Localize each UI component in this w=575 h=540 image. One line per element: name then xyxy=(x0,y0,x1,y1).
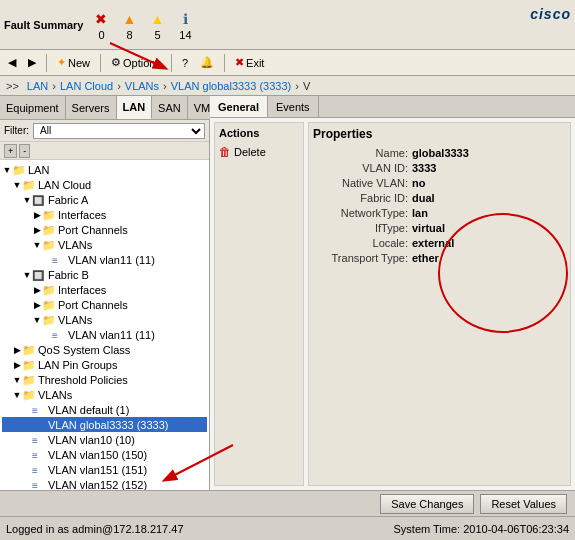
tree-icon-thresholdpolicies: 📁 xyxy=(22,374,36,386)
tree-node-vlan11A[interactable]: ≡VLAN vlan11 (11) xyxy=(2,252,207,267)
tree-icon-vlansA: 📁 xyxy=(42,239,56,251)
tree-node-qossystemclass[interactable]: ▶📁QoS System Class xyxy=(2,342,207,357)
tree-node-vlanvlan151[interactable]: ≡VLAN vlan151 (151) xyxy=(2,462,207,477)
tab-san[interactable]: SAN xyxy=(152,96,188,119)
bc-sep1: › xyxy=(52,80,56,92)
bc-sep4: › xyxy=(295,80,299,92)
tree-label-interfacesB: Interfaces xyxy=(58,284,106,296)
forward-icon: ▶ xyxy=(28,56,36,69)
info-count: 14 xyxy=(179,29,191,41)
options-button[interactable]: ⚙ Options xyxy=(107,55,165,70)
back-button[interactable]: ◀ xyxy=(4,55,20,70)
tree-label-lan: LAN xyxy=(28,164,49,176)
status-left: Logged in as admin@172.18.217.47 xyxy=(6,523,184,535)
tree-label-fabricA: Fabric A xyxy=(48,194,88,206)
tree-node-vlandefault[interactable]: ≡VLAN default (1) xyxy=(2,402,207,417)
delete-label: Delete xyxy=(234,146,266,158)
tree-label-portchannelsA: Port Channels xyxy=(58,224,128,236)
exit-label: Exit xyxy=(246,57,264,69)
tree-node-vlanvlan150[interactable]: ≡VLAN vlan150 (150) xyxy=(2,447,207,462)
tree-toggle-interfacesA[interactable]: ▶ xyxy=(32,210,42,220)
separator-4 xyxy=(224,54,225,72)
tab-general-label: General xyxy=(218,101,259,113)
tree-node-vlanglobal3333[interactable]: ≡VLAN global3333 (3333) xyxy=(2,417,207,432)
prop-networktype-label: NetworkType: xyxy=(313,207,408,219)
tree-icon-vlanvlan150: ≡ xyxy=(32,449,46,461)
tree-node-vlan11B[interactable]: ≡VLAN vlan11 (11) xyxy=(2,327,207,342)
tree-node-vlansB[interactable]: ▼📁VLANs xyxy=(2,312,207,327)
options-icon: ⚙ xyxy=(111,56,121,69)
breadcrumb: >> LAN › LAN Cloud › VLANs › VLAN global… xyxy=(0,76,575,96)
tree-label-fabricB: Fabric B xyxy=(48,269,89,281)
tree-expand-button[interactable]: + xyxy=(4,144,17,158)
forward-button[interactable]: ▶ xyxy=(24,55,40,70)
tab-lan[interactable]: LAN xyxy=(117,96,153,119)
reset-button[interactable]: Reset Values xyxy=(480,494,567,514)
prop-name-label: Name: xyxy=(313,147,408,159)
tree-toggle-lan[interactable]: ▼ xyxy=(2,165,12,175)
tab-equipment[interactable]: Equipment xyxy=(0,96,66,119)
save-button[interactable]: Save Changes xyxy=(380,494,474,514)
tree-node-vlanvlan10[interactable]: ≡VLAN vlan10 (10) xyxy=(2,432,207,447)
tree-node-vlanvlan152[interactable]: ≡VLAN vlan152 (152) xyxy=(2,477,207,490)
tree-toggle-portchannelsA[interactable]: ▶ xyxy=(32,225,42,235)
tree-node-vlans[interactable]: ▼📁VLANs xyxy=(2,387,207,402)
bc-lan[interactable]: LAN xyxy=(27,80,48,92)
main-toolbar: ◀ ▶ ✦ New ⚙ Options ? 🔔 ✖ Exit xyxy=(0,50,575,76)
exit-button[interactable]: ✖ Exit xyxy=(231,55,268,70)
prop-nativevlan-label: Native VLAN: xyxy=(313,177,408,189)
tree-node-interfacesA[interactable]: ▶📁Interfaces xyxy=(2,207,207,222)
tab-servers[interactable]: Servers xyxy=(66,96,117,119)
prop-fabricid-label: Fabric ID: xyxy=(313,192,408,204)
tree-toggle-vlansA[interactable]: ▼ xyxy=(32,240,42,250)
prop-fabricid: Fabric ID: dual xyxy=(313,192,566,204)
tree-toggle-fabricA[interactable]: ▼ xyxy=(22,195,32,205)
tree-collapse-button[interactable]: - xyxy=(19,144,30,158)
tree-node-lancloud[interactable]: ▼📁LAN Cloud xyxy=(2,177,207,192)
bc-vlan-detail[interactable]: VLAN global3333 (3333) xyxy=(171,80,291,92)
tree-node-thresholdpolicies[interactable]: ▼📁Threshold Policies xyxy=(2,372,207,387)
tree-toggle-portchannelsB[interactable]: ▶ xyxy=(32,300,42,310)
tree-node-fabricB[interactable]: ▼🔲Fabric B xyxy=(2,267,207,282)
prop-fabricid-value: dual xyxy=(412,192,435,204)
tree-toggle-lancloud[interactable]: ▼ xyxy=(12,180,22,190)
tree-icon-lanpingroups: 📁 xyxy=(22,359,36,371)
tree-node-lan[interactable]: ▼📁LAN xyxy=(2,162,207,177)
tree-toggle-lanpingroups[interactable]: ▶ xyxy=(12,360,22,370)
tree-toggle-interfacesB[interactable]: ▶ xyxy=(32,285,42,295)
tree-node-vlansA[interactable]: ▼📁VLANs xyxy=(2,237,207,252)
tab-events[interactable]: Events xyxy=(268,96,319,117)
critical-count: 0 xyxy=(98,29,104,41)
prop-locale-label: Locale: xyxy=(313,237,408,249)
cisco-logo: cisco xyxy=(530,6,571,22)
bc-vlans[interactable]: VLANs xyxy=(125,80,159,92)
bc-lancloud[interactable]: LAN Cloud xyxy=(60,80,113,92)
back-icon: ◀ xyxy=(8,56,16,69)
tree-icon-vlansB: 📁 xyxy=(42,314,56,326)
new-icon: ✦ xyxy=(57,56,66,69)
tree-icon-vlan11A: ≡ xyxy=(52,254,66,266)
tree-toggle-vlansB[interactable]: ▼ xyxy=(32,315,42,325)
tree-node-fabricA[interactable]: ▼🔲Fabric A xyxy=(2,192,207,207)
alert-button[interactable]: 🔔 xyxy=(196,55,218,70)
tree-toggle-thresholdpolicies[interactable]: ▼ xyxy=(12,375,22,385)
filter-select[interactable]: All xyxy=(33,123,205,139)
tab-general[interactable]: General xyxy=(210,96,268,117)
prop-locale-value: external xyxy=(412,237,454,249)
tree-node-lanpingroups[interactable]: ▶📁LAN Pin Groups xyxy=(2,357,207,372)
tree-node-interfacesB[interactable]: ▶📁Interfaces xyxy=(2,282,207,297)
help-button[interactable]: ? xyxy=(178,56,192,70)
new-button[interactable]: ✦ New xyxy=(53,55,94,70)
tree-toggle-fabricB[interactable]: ▼ xyxy=(22,270,32,280)
options-label: Options xyxy=(123,57,161,69)
separator-3 xyxy=(171,54,172,72)
tree-icon-fabricB: 🔲 xyxy=(32,269,46,281)
tree-toggle-qossystemclass[interactable]: ▶ xyxy=(12,345,22,355)
tree-container[interactable]: ▼📁LAN▼📁LAN Cloud▼🔲Fabric A▶📁Interfaces▶📁… xyxy=(0,160,209,490)
tree-toggle-vlans[interactable]: ▼ xyxy=(12,390,22,400)
tree-label-qossystemclass: QoS System Class xyxy=(38,344,130,356)
fault-summary-bar: Fault Summary ✖ 0 ▲ 8 ▲ 5 ℹ 14 xyxy=(0,0,575,50)
tree-node-portchannelsA[interactable]: ▶📁Port Channels xyxy=(2,222,207,237)
tree-node-portchannelsB[interactable]: ▶📁Port Channels xyxy=(2,297,207,312)
delete-button[interactable]: 🗑 Delete xyxy=(219,143,299,161)
